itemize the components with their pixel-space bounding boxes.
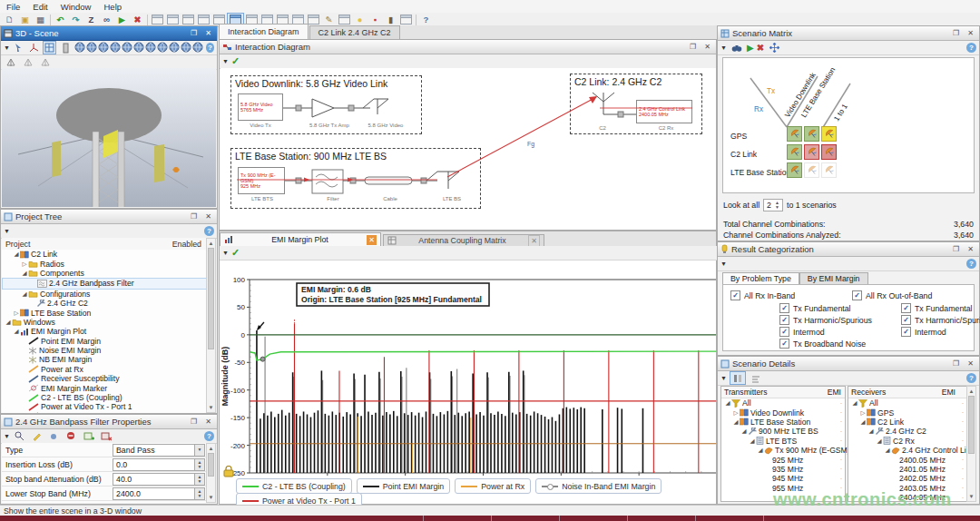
legend-item[interactable]: Point EMI Margin	[357, 478, 450, 494]
validate-check-icon[interactable]: ✓	[231, 247, 240, 259]
checkbox-out-tx-fundamental[interactable]: ✓Tx Fundamental	[901, 303, 973, 313]
scenario-details-titlebar[interactable]: Scenario Details ❐ ✕	[718, 357, 979, 371]
scenario-count-stepper[interactable]: 2 ▲▼	[763, 199, 783, 211]
receivers-tree[interactable]: ◢All·▷GPS·◢C2 Link·◢2.4 GHz C2·◢C2 Rx·◢2…	[848, 398, 966, 502]
help-icon[interactable]: ?	[418, 14, 434, 25]
tree-item[interactable]: 2.4 GHz Bandpass Filter	[2, 278, 207, 289]
menu-help[interactable]: Help	[97, 2, 128, 12]
collapse-icon[interactable]: ◢	[13, 328, 20, 335]
menu-edit[interactable]: Edit	[26, 2, 54, 12]
stop-x-icon[interactable]: ✖	[130, 14, 145, 25]
view-orb-icon[interactable]	[192, 42, 203, 54]
spinner-icon[interactable]: ▲▼	[194, 459, 204, 470]
binoculars-icon[interactable]	[730, 42, 744, 54]
tree-item[interactable]: ◢Windows	[2, 318, 207, 327]
open-file-icon[interactable]: ▣	[17, 14, 33, 25]
help-icon[interactable]: ?	[204, 431, 214, 441]
matrix-cell-gps-2[interactable]	[821, 126, 837, 142]
tree-item[interactable]: 925 MHz·	[721, 455, 845, 464]
expand-icon[interactable]: ▷	[859, 409, 867, 417]
layout-3-icon[interactable]	[181, 14, 196, 25]
matrix-cell-c2-link-2[interactable]	[821, 144, 837, 160]
properties-titlebar[interactable]: 2.4 GHz Bandpass Filter Properties ❐ ✕	[1, 415, 217, 429]
chevron-down-icon[interactable]: ▼	[720, 260, 727, 267]
tree-item[interactable]: Noise EMI Margin	[2, 346, 207, 355]
transmitters-header[interactable]: Transmitters	[721, 388, 767, 397]
help-icon[interactable]: ?	[966, 373, 976, 383]
collapse-icon[interactable]: ◢	[740, 428, 748, 435]
tree-item[interactable]: ◢EMI Margin Plot	[2, 327, 207, 336]
move-icon[interactable]	[767, 42, 781, 54]
layout-1-icon[interactable]	[150, 14, 165, 25]
tree-item[interactable]: Power at Video Tx - Port 1	[2, 402, 207, 411]
checkbox-in-tx-broadband-noise[interactable]: ✓Tx Broadband Noise	[779, 339, 866, 349]
legend-item[interactable]: Power at Rx	[455, 478, 531, 494]
view-orb-icon[interactable]	[98, 42, 109, 54]
chevron-down-icon[interactable]: ▼	[720, 44, 727, 51]
view-orb-icon[interactable]	[110, 42, 121, 54]
details-scrollbar[interactable]: ▲ ▼	[966, 386, 976, 502]
antenna-tool2-icon[interactable]	[21, 56, 35, 68]
float-icon[interactable]: ❐	[188, 211, 200, 222]
layout-2-icon[interactable]	[165, 14, 181, 25]
spinner-icon[interactable]: ▲▼	[194, 488, 204, 499]
matrix-cell-lte-base-station-0[interactable]	[787, 162, 802, 178]
expand-icon[interactable]: ▷	[732, 409, 740, 417]
float-icon[interactable]: ❐	[950, 243, 962, 255]
run-icon[interactable]: ▶	[747, 43, 754, 53]
expand-icon[interactable]: ▷	[13, 310, 20, 317]
doc-tab-interaction-diagram[interactable]: Interaction Diagram	[219, 24, 309, 39]
tree-item[interactable]: EMI Margin Marker	[2, 383, 207, 392]
run-play-icon[interactable]: ▶	[114, 14, 130, 25]
view-orb-icon[interactable]	[122, 42, 132, 54]
tree-item[interactable]: ▷Radios	[2, 259, 207, 268]
tree-item[interactable]: 945 MHz·	[721, 474, 845, 483]
matrix-cell-lte-base-station-1[interactable]	[804, 162, 819, 178]
close-icon[interactable]: ✕	[965, 243, 976, 255]
matrix-cell-c2-link-1[interactable]	[804, 144, 819, 160]
block-c2-link[interactable]: C2 Link: 2.4 GHz C2 2.4 GHz Control Link…	[570, 74, 702, 134]
view-orb-icon[interactable]	[181, 42, 191, 54]
diagram-titlebar[interactable]: Interaction Diagram ❐ ✕	[220, 40, 716, 54]
collapse-icon[interactable]: ◢	[21, 290, 28, 298]
select-tool-icon[interactable]	[13, 42, 24, 54]
edit-pencil-icon[interactable]: ✎	[321, 14, 337, 25]
tab-emi-margin-plot[interactable]: EMI Margin Plot ✕	[220, 232, 381, 246]
float-icon[interactable]: ❐	[687, 41, 699, 53]
expand-icon[interactable]: ▷	[21, 260, 28, 268]
collapse-icon[interactable]: ◢	[859, 418, 867, 426]
collapse-icon[interactable]: ◢	[867, 428, 875, 435]
doc-tab-c2-link-2-4-ghz-c2[interactable]: C2 Link 2.4 GHz C2	[309, 25, 400, 39]
chevron-down-icon[interactable]: ▼	[222, 250, 229, 256]
save-icon[interactable]: ▦	[33, 14, 48, 25]
close-icon[interactable]: ✕	[965, 358, 976, 369]
remove-icon[interactable]	[64, 430, 79, 442]
tree-item[interactable]: 935 MHz·	[721, 465, 845, 474]
collapse-icon[interactable]: ◢	[5, 319, 12, 326]
tree-item[interactable]: 2401.05 MHz·	[848, 465, 966, 474]
3d-scene-titlebar[interactable]: 3D - Scene ❐ ✕	[1, 26, 217, 41]
receivers-header[interactable]: Receivers	[848, 388, 886, 397]
tree-item[interactable]: ◢C2 Rx·	[848, 437, 966, 446]
close-icon[interactable]: ✕	[202, 27, 214, 39]
tree-item[interactable]: 2400.05 MHz·	[848, 455, 966, 464]
tree-item[interactable]: ▷LTE Base Station	[2, 308, 207, 317]
scenario-matrix-canvas[interactable]: Tx Rx Video Downlink LTE Base Station 1 …	[722, 57, 975, 193]
view-orb-icon[interactable]	[74, 42, 85, 54]
close-tab-icon[interactable]: ✕	[528, 235, 540, 247]
float-icon[interactable]: ❐	[950, 358, 962, 369]
truck-dark-icon[interactable]: ▮	[383, 14, 398, 25]
help-icon[interactable]: ?	[206, 43, 214, 53]
legend-item[interactable]: C2 - LTE BS (Coupling)	[236, 478, 352, 494]
view-orb-icon[interactable]	[133, 42, 144, 54]
float-icon[interactable]: ❐	[188, 27, 200, 39]
delete-table-icon[interactable]	[99, 430, 113, 442]
collapse-icon[interactable]: ◢	[851, 399, 858, 407]
scenario-matrix-titlebar[interactable]: Scenario Matrix ❐ ✕	[718, 26, 979, 41]
matrix-cell-lte-base-station-2[interactable]	[821, 162, 837, 178]
tree-item[interactable]: Power at Rx	[2, 365, 207, 374]
help-icon[interactable]: ?	[966, 259, 976, 269]
close-icon[interactable]: ✕	[701, 41, 713, 53]
float-icon[interactable]: ❐	[188, 416, 200, 428]
cart-red-icon[interactable]: ▪	[368, 14, 383, 25]
